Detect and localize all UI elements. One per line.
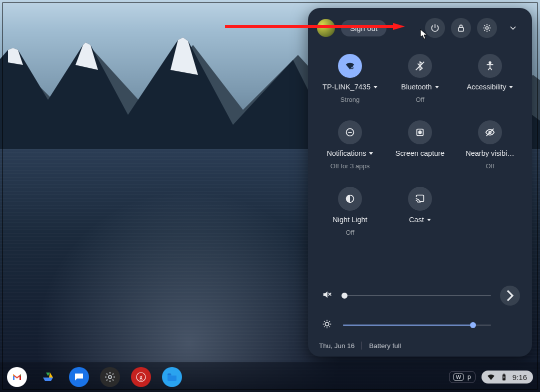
svg-text:g: g [140, 374, 142, 381]
night-light-icon [338, 187, 362, 211]
notifications-status: Off for 3 apps [330, 162, 370, 170]
notifications-label: Notifications [327, 149, 366, 157]
date-label: Thu, Jun 16 [319, 342, 354, 350]
screen-capture-icon [408, 120, 432, 144]
visibility-off-icon [478, 120, 502, 144]
shelf: g W p 9:16 [0, 362, 540, 392]
app-icon-g[interactable]: g [131, 367, 151, 387]
caret-icon [435, 86, 439, 88]
battery-status-icon [500, 373, 508, 382]
accessibility-icon [478, 54, 502, 78]
ime-key: W [454, 374, 464, 381]
panel-footer: Thu, Jun 16 Battery full [317, 342, 523, 350]
messages-app-icon[interactable] [69, 367, 89, 387]
night-light-label: Night Light [332, 216, 367, 224]
audio-settings-button[interactable] [500, 286, 520, 306]
sign-out-button[interactable]: Sign out [341, 20, 386, 36]
nearby-label: Nearby visibi… [466, 149, 514, 157]
bluetooth-status: Off [416, 96, 424, 103]
svg-point-9 [418, 131, 422, 134]
night-light-tile[interactable]: Night Light Off [317, 187, 383, 236]
screen-capture-tile[interactable]: Screen capture [387, 120, 453, 170]
wifi-tile[interactable]: TP-LINK_7435 Strong [317, 54, 383, 103]
bluetooth-label: Bluetooth [401, 83, 432, 91]
wifi-label: TP-LINK_7435 [322, 83, 370, 91]
quick-settings-panel: Sign out TP-LINK_7435 Strong Bluetooth O… [308, 8, 532, 357]
bluetooth-icon [408, 54, 432, 78]
wifi-status-icon [486, 373, 496, 382]
volume-mute-icon[interactable] [320, 289, 334, 302]
svg-rect-24 [504, 374, 504, 375]
sliders-area [317, 282, 523, 332]
shelf-tray: W p 9:16 [449, 371, 533, 384]
volume-row [320, 286, 520, 306]
mouse-cursor [420, 29, 428, 40]
svg-point-5 [489, 62, 491, 64]
accessibility-tile[interactable]: Accessibility [457, 54, 523, 103]
quick-tiles-grid: TP-LINK_7435 Strong Bluetooth Off Access… [317, 54, 523, 236]
ime-layout: p [468, 374, 471, 381]
collapse-button[interactable] [503, 18, 523, 38]
nearby-status: Off [486, 162, 494, 170]
brightness-icon[interactable] [320, 319, 334, 332]
cast-tile[interactable]: Cast [387, 187, 453, 236]
wifi-status: Strong [340, 96, 360, 103]
svg-rect-3 [352, 67, 353, 68]
bluetooth-tile[interactable]: Bluetooth Off [387, 54, 453, 103]
user-avatar[interactable] [317, 19, 335, 37]
drive-app-icon[interactable] [38, 367, 58, 387]
gmail-app-icon[interactable] [7, 367, 27, 387]
caret-icon [374, 86, 378, 88]
cast-icon [408, 187, 432, 211]
cast-label: Cast [409, 216, 424, 224]
caret-icon [509, 86, 513, 88]
svg-rect-18 [76, 375, 82, 376]
files-app-icon[interactable] [162, 367, 182, 387]
screen-capture-label: Screen capture [396, 149, 444, 157]
brightness-slider[interactable] [343, 325, 491, 326]
power-button[interactable] [425, 18, 445, 38]
battery-label: Battery full [369, 342, 401, 350]
do-not-disturb-icon [338, 120, 362, 144]
shelf-apps: g [7, 367, 182, 387]
caret-icon [369, 152, 373, 155]
settings-app-icon[interactable] [100, 367, 120, 387]
brightness-row [320, 319, 520, 332]
svg-rect-19 [76, 377, 80, 378]
svg-rect-0 [458, 27, 464, 31]
settings-button[interactable] [477, 18, 497, 38]
lock-button[interactable] [451, 18, 471, 38]
wifi-icon [338, 54, 362, 78]
svg-point-20 [108, 376, 112, 379]
caret-icon [427, 219, 431, 221]
accessibility-label: Accessibility [467, 83, 506, 91]
svg-point-1 [486, 26, 488, 29]
clock: 9:16 [512, 373, 527, 382]
volume-slider[interactable] [343, 295, 491, 296]
nearby-visibility-tile[interactable]: Nearby visibi… Off [457, 120, 523, 170]
ime-indicator[interactable]: W p [449, 371, 476, 383]
status-area[interactable]: 9:16 [482, 371, 533, 384]
svg-point-15 [325, 322, 328, 326]
night-light-status: Off [346, 229, 354, 236]
notifications-tile[interactable]: Notifications Off for 3 apps [317, 120, 383, 170]
